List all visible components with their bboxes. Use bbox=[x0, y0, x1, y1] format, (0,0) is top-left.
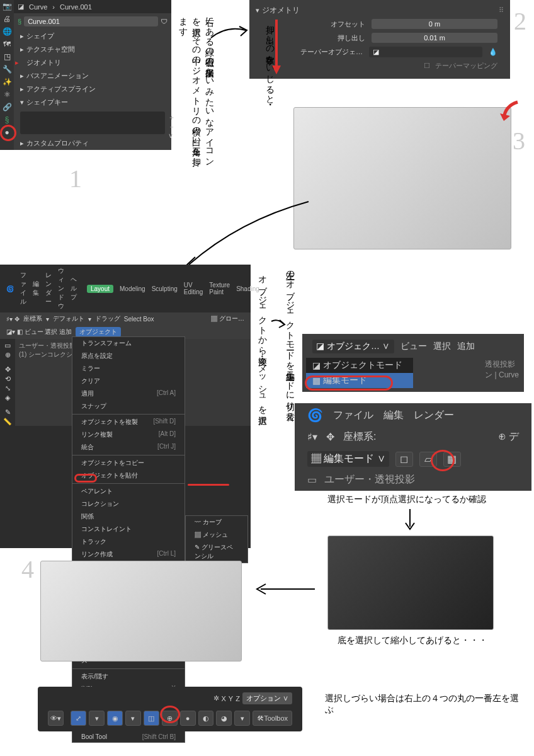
menu-item[interactable]: トランスフォーム bbox=[72, 337, 185, 350]
tool-cursor[interactable]: ⊕ bbox=[5, 351, 11, 359]
menu-window[interactable]: ウィンドウ bbox=[58, 266, 64, 311]
gizmo-toggle[interactable]: ⤢ bbox=[71, 711, 86, 726]
menu-help[interactable]: ヘルプ bbox=[71, 275, 77, 302]
menu-item[interactable]: コレクション bbox=[72, 498, 185, 510]
tab-scene[interactable]: 🌐 bbox=[0, 25, 14, 38]
hdr-persp: ユーザー・透視投影 bbox=[324, 473, 415, 486]
shading-dropdown[interactable]: ▾ bbox=[234, 711, 250, 726]
workspace-modeling[interactable]: Modeling bbox=[120, 285, 145, 292]
option-dropdown[interactable]: オプション ∨ bbox=[242, 692, 292, 704]
breadcrumb-icon: ◪ bbox=[18, 3, 24, 11]
shield-icon[interactable]: 🛡 bbox=[161, 18, 168, 25]
step-2: 2 bbox=[514, 6, 526, 36]
annotation-circle-curvetab bbox=[0, 125, 16, 141]
workspace-layout[interactable]: Layout bbox=[87, 285, 113, 293]
select-mode-vertex[interactable]: ◻ bbox=[395, 452, 413, 467]
tool-rotate[interactable]: ⟲ bbox=[5, 375, 11, 383]
eyedropper-icon[interactable]: 💧 bbox=[489, 48, 497, 56]
render-selected-bottom bbox=[327, 536, 494, 630]
section-list: ▸ シェイプ ▸ テクスチャ空間 ▸ ジオメトリ ▸ バスアニメーション ▸ ア… bbox=[14, 30, 171, 150]
menu-item[interactable]: トラック bbox=[72, 536, 185, 548]
section-texspace[interactable]: ▸ テクスチャ空間 bbox=[14, 43, 171, 56]
mode-selector[interactable]: ◪ オブジェク… ∨ bbox=[312, 340, 394, 353]
overlay-toggle[interactable]: ◉ bbox=[107, 711, 123, 726]
tab-world[interactable]: 🗺 bbox=[0, 38, 14, 50]
taper-picker[interactable]: ◪ bbox=[369, 47, 482, 57]
tool-annotate[interactable]: ✎ bbox=[5, 408, 11, 416]
section-pathanim[interactable]: ▸ バスアニメーション bbox=[14, 69, 171, 83]
mode-option-object[interactable]: ◪ オブジェクトモード bbox=[306, 358, 413, 373]
hdr-render[interactable]: レンダー bbox=[414, 409, 454, 422]
panel-title: ジオメトリ bbox=[262, 5, 300, 16]
menu-render[interactable]: レンダー bbox=[45, 271, 52, 306]
tool-move[interactable]: ✥ bbox=[5, 365, 11, 374]
hdr-file[interactable]: ファイル bbox=[333, 409, 373, 422]
tapermap-label[interactable]: テーパーマッピング bbox=[435, 61, 497, 71]
tab-curve-data[interactable]: § bbox=[0, 113, 14, 126]
tab-constraint[interactable]: 🔗 bbox=[0, 101, 14, 113]
offset-field[interactable]: 0 m bbox=[372, 19, 497, 29]
annotation-text-bottom: 底を選択して縮小してあげると・・・ bbox=[338, 635, 487, 646]
tool-scale[interactable]: ⤡ bbox=[5, 384, 11, 392]
xray-toggle[interactable]: ◫ bbox=[144, 711, 159, 726]
tab-particle[interactable]: ✨ bbox=[0, 76, 14, 88]
tool-select[interactable]: ▭ bbox=[4, 341, 11, 350]
submenu-gpencil[interactable]: ✎ グリースペンシル bbox=[186, 541, 247, 563]
step-1: 1 bbox=[69, 164, 82, 193]
menu-file[interactable]: ファイル bbox=[20, 271, 26, 306]
axis-x[interactable]: X bbox=[222, 695, 226, 702]
mode-view[interactable]: ビュー bbox=[401, 341, 427, 352]
menu-item[interactable]: オブジェクトをコピー bbox=[72, 457, 185, 469]
offset-label: オフセット bbox=[331, 20, 365, 29]
mode-add[interactable]: 追加 bbox=[457, 341, 475, 352]
tab-output[interactable]: 🖨 bbox=[0, 13, 14, 25]
menu-item[interactable]: ペアレント bbox=[72, 485, 185, 498]
overlay-dropdown[interactable]: ▾ bbox=[125, 711, 141, 726]
tab-render[interactable]: 📷 bbox=[0, 0, 14, 13]
menu-item[interactable]: 表示/隠す bbox=[72, 670, 185, 683]
menu-item[interactable]: Bool Tool[Shift Ctrl B] bbox=[72, 731, 185, 742]
menu-item[interactable]: リンク複製[Alt D] bbox=[72, 428, 185, 441]
menu-item[interactable]: ミラー bbox=[72, 362, 185, 375]
hdr-mode[interactable]: ▦ 編集モード ∨ bbox=[307, 451, 389, 467]
shading-matprev[interactable]: ◐ bbox=[198, 711, 214, 726]
menu-item[interactable]: 原点を設定 bbox=[72, 350, 185, 362]
section-activespline[interactable]: ▸ アクティブスプライン bbox=[14, 83, 171, 96]
submenu-curve[interactable]: 〰 カーブ bbox=[186, 516, 247, 529]
section-geometry[interactable]: ▸ ジオメトリ bbox=[14, 56, 171, 69]
menu-item[interactable]: 適用[Ctrl A] bbox=[72, 387, 185, 400]
menu-item[interactable]: リンク作成[Ctrl L] bbox=[72, 548, 185, 561]
tab-object[interactable]: ◳ bbox=[0, 50, 14, 63]
menu-item[interactable]: オブジェクトを複製[Shift D] bbox=[72, 416, 185, 428]
axis-y[interactable]: Y bbox=[229, 695, 233, 702]
section-shapekey[interactable]: ▾ シェイプキー bbox=[14, 96, 171, 109]
datablock-name[interactable]: Curve.001 bbox=[24, 16, 158, 26]
menu-edit[interactable]: 編集 bbox=[33, 280, 39, 297]
tab-physics[interactable]: ⚛ bbox=[0, 88, 14, 101]
vis-icon[interactable]: 👁▾ bbox=[48, 711, 64, 726]
menu-item[interactable]: 統合[Ctrl J] bbox=[72, 441, 185, 454]
tab-modifier[interactable]: 🔧 bbox=[0, 63, 14, 76]
shading-rendered[interactable]: ◕ bbox=[216, 711, 232, 726]
menu-item[interactable]: 関係 bbox=[72, 510, 185, 523]
hdr-edit[interactable]: 編集 bbox=[383, 409, 404, 422]
section-shape[interactable]: ▸ シェイプ bbox=[14, 30, 171, 43]
shading-solid[interactable]: ● bbox=[180, 711, 196, 726]
axis-z[interactable]: Z bbox=[236, 695, 240, 702]
toolbox-btn[interactable]: 🛠 Toolbox bbox=[253, 711, 292, 726]
menu-item[interactable]: コンストレイント bbox=[72, 523, 185, 536]
tool-measure[interactable]: 📏 bbox=[3, 418, 12, 426]
extrude-field[interactable]: 0.01 m bbox=[372, 33, 497, 43]
properties-panel: 📷 🖨 🌐 🗺 ◳ 🔧 ✨ ⚛ 🔗 § ● ◪ Curve › Curve.00… bbox=[0, 0, 171, 150]
tool-transform[interactable]: ◈ bbox=[5, 394, 10, 402]
annotation-text-vertex: 選択モードが頂点選択になってるか確認 bbox=[327, 494, 486, 505]
render-final-shape bbox=[40, 561, 242, 662]
menu-item[interactable]: スナップ bbox=[72, 400, 185, 413]
object-menu-trigger[interactable]: オブジェクト bbox=[76, 327, 121, 337]
curve-icon: § bbox=[18, 18, 21, 25]
mode-select[interactable]: 選択 bbox=[433, 341, 451, 352]
submenu-mesh[interactable]: ▦ メッシュ bbox=[186, 529, 247, 541]
section-customprops[interactable]: ▸ カスタムプロパティ bbox=[14, 137, 171, 150]
menu-item[interactable]: クリア bbox=[72, 375, 185, 387]
gizmo-dropdown[interactable]: ▾ bbox=[89, 711, 105, 726]
